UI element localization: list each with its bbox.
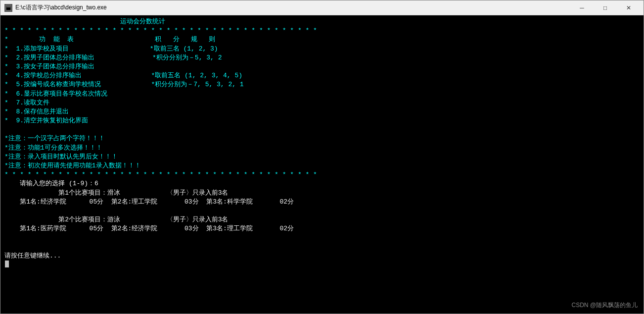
console-content: 运动会分数统计 * * * * * * * * * * * * * * * * … [4, 17, 640, 270]
app-icon [4, 4, 12, 12]
window-title: E:\c语言学习\abcd\design_two.exe [15, 3, 571, 12]
continue-prompt: 请按任意键继续... [4, 252, 61, 260]
close-button[interactable]: ✕ [617, 1, 640, 15]
header-title: 运动会分数统计 * * * * * * * * * * * * * * * * … [4, 18, 317, 178]
minimize-button[interactable]: ─ [571, 1, 593, 15]
cursor-blink [5, 261, 9, 267]
svg-rect-1 [6, 6, 10, 7]
watermark: CSDN @随风飘荡的鱼儿 [571, 301, 638, 310]
title-bar: E:\c语言学习\abcd\design_two.exe ─ □ ✕ [0, 0, 644, 15]
title-bar-controls: ─ □ ✕ [571, 1, 640, 15]
window-frame: E:\c语言学习\abcd\design_two.exe ─ □ ✕ 运动会分数… [0, 0, 644, 314]
user-prompt: 请输入您的选择 (1-9)：6 第1个比赛项目：滑冰 〈男子〉只录入前3名 第1… [4, 180, 294, 232]
maximize-button[interactable]: □ [594, 1, 616, 15]
console-area: 运动会分数统计 * * * * * * * * * * * * * * * * … [0, 15, 644, 314]
